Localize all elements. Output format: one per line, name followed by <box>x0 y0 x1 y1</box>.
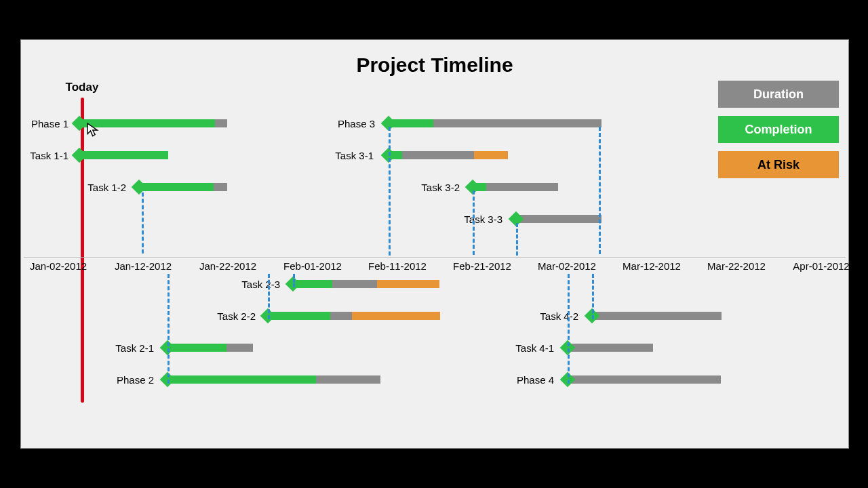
legend-completion: Completion <box>718 116 839 143</box>
x-tick: Jan-02-2012 <box>30 260 87 272</box>
task-label: Phase 4 <box>512 374 554 386</box>
dependency-line <box>473 190 475 255</box>
task-label: Task 4-2 <box>536 310 578 322</box>
dependency-line <box>167 274 170 384</box>
task-label: Task 2-3 <box>238 279 280 290</box>
legend: Duration Completion At Risk <box>718 81 839 186</box>
dependency-line <box>599 127 601 254</box>
task-label: Task 2-1 <box>112 342 154 354</box>
bar-duration[interactable] <box>565 344 653 352</box>
dependency-line <box>516 223 518 256</box>
bar-duration[interactable] <box>513 215 601 223</box>
dependency-line <box>268 274 270 319</box>
legend-risk: At Risk <box>718 151 839 178</box>
bar-risk[interactable] <box>474 151 508 159</box>
x-tick: Jan-12-2012 <box>115 260 172 272</box>
task-label: Task 4-1 <box>512 342 554 354</box>
x-tick: Mar-02-2012 <box>538 260 596 272</box>
bar-duration[interactable] <box>589 312 722 320</box>
bar-duration[interactable] <box>565 375 721 384</box>
x-axis <box>24 257 846 258</box>
chart-panel: Project Timeline Duration Completion At … <box>20 39 849 449</box>
x-tick: Feb-11-2012 <box>368 260 427 272</box>
bar-risk[interactable] <box>352 312 440 320</box>
task-label: Task 1-2 <box>85 182 126 193</box>
x-tick: Feb-01-2012 <box>283 260 342 272</box>
milestone-icon <box>72 148 87 163</box>
bar-completion[interactable] <box>77 151 168 159</box>
milestone-icon <box>72 116 87 131</box>
task-label: Task 2-2 <box>214 310 256 322</box>
dependency-line <box>592 274 594 319</box>
task-label: Task 3-3 <box>460 214 502 225</box>
dependency-line <box>389 127 391 256</box>
task-label: Phase 3 <box>333 118 375 129</box>
bar-risk[interactable] <box>377 280 439 288</box>
bar-completion[interactable] <box>136 183 214 191</box>
task-label: Phase 1 <box>28 118 68 129</box>
x-tick: Mar-12-2012 <box>623 260 681 272</box>
task-label: Task 3-1 <box>332 150 374 161</box>
dependency-line <box>142 192 144 253</box>
chart-title: Project Timeline <box>21 54 848 77</box>
bar-completion[interactable] <box>77 119 215 127</box>
legend-duration: Duration <box>718 81 839 108</box>
milestone-icon <box>132 180 147 195</box>
dependency-line <box>568 274 570 384</box>
today-label: Today <box>66 81 99 94</box>
dependency-line <box>293 274 295 287</box>
task-label: Task 1-1 <box>28 150 68 161</box>
x-tick: Apr-01-2012 <box>793 260 849 272</box>
task-label: Task 3-2 <box>418 182 460 193</box>
x-tick: Feb-21-2012 <box>453 260 511 272</box>
bar-completion[interactable] <box>165 375 316 384</box>
task-label: Phase 2 <box>112 374 154 386</box>
x-tick: Jan-22-2012 <box>199 260 256 272</box>
x-tick: Mar-22-2012 <box>707 260 766 272</box>
today-line <box>81 98 84 403</box>
